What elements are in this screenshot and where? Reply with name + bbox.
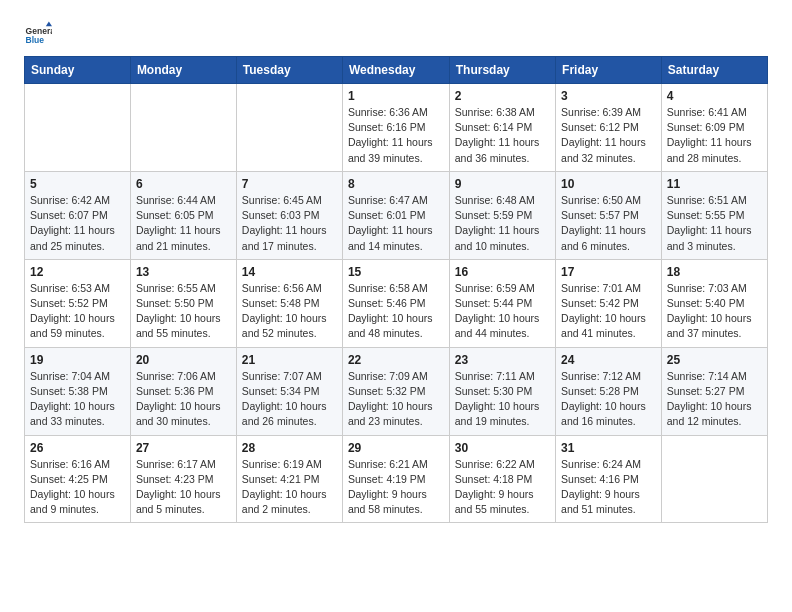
svg-text:Blue: Blue xyxy=(26,35,45,45)
day-info: Sunrise: 6:47 AM Sunset: 6:01 PM Dayligh… xyxy=(348,193,444,254)
day-number: 14 xyxy=(242,265,337,279)
week-row-2: 5Sunrise: 6:42 AM Sunset: 6:07 PM Daylig… xyxy=(25,171,768,259)
day-number: 22 xyxy=(348,353,444,367)
day-cell: 31Sunrise: 6:24 AM Sunset: 4:16 PM Dayli… xyxy=(556,435,662,523)
day-cell: 18Sunrise: 7:03 AM Sunset: 5:40 PM Dayli… xyxy=(661,259,767,347)
logo: General Blue xyxy=(24,20,56,48)
week-row-3: 12Sunrise: 6:53 AM Sunset: 5:52 PM Dayli… xyxy=(25,259,768,347)
day-cell: 8Sunrise: 6:47 AM Sunset: 6:01 PM Daylig… xyxy=(342,171,449,259)
day-cell: 4Sunrise: 6:41 AM Sunset: 6:09 PM Daylig… xyxy=(661,84,767,172)
day-number: 11 xyxy=(667,177,762,191)
day-number: 3 xyxy=(561,89,656,103)
day-header-row: SundayMondayTuesdayWednesdayThursdayFrid… xyxy=(25,57,768,84)
day-cell: 29Sunrise: 6:21 AM Sunset: 4:19 PM Dayli… xyxy=(342,435,449,523)
day-info: Sunrise: 6:44 AM Sunset: 6:05 PM Dayligh… xyxy=(136,193,231,254)
day-number: 18 xyxy=(667,265,762,279)
day-number: 20 xyxy=(136,353,231,367)
day-header-friday: Friday xyxy=(556,57,662,84)
day-number: 31 xyxy=(561,441,656,455)
day-info: Sunrise: 6:38 AM Sunset: 6:14 PM Dayligh… xyxy=(455,105,550,166)
day-header-monday: Monday xyxy=(130,57,236,84)
day-cell: 22Sunrise: 7:09 AM Sunset: 5:32 PM Dayli… xyxy=(342,347,449,435)
day-cell: 6Sunrise: 6:44 AM Sunset: 6:05 PM Daylig… xyxy=(130,171,236,259)
day-info: Sunrise: 6:45 AM Sunset: 6:03 PM Dayligh… xyxy=(242,193,337,254)
day-cell: 30Sunrise: 6:22 AM Sunset: 4:18 PM Dayli… xyxy=(449,435,555,523)
day-cell: 12Sunrise: 6:53 AM Sunset: 5:52 PM Dayli… xyxy=(25,259,131,347)
day-cell: 20Sunrise: 7:06 AM Sunset: 5:36 PM Dayli… xyxy=(130,347,236,435)
day-number: 30 xyxy=(455,441,550,455)
day-cell xyxy=(661,435,767,523)
day-info: Sunrise: 6:55 AM Sunset: 5:50 PM Dayligh… xyxy=(136,281,231,342)
day-number: 23 xyxy=(455,353,550,367)
day-cell: 28Sunrise: 6:19 AM Sunset: 4:21 PM Dayli… xyxy=(236,435,342,523)
day-info: Sunrise: 7:06 AM Sunset: 5:36 PM Dayligh… xyxy=(136,369,231,430)
day-number: 19 xyxy=(30,353,125,367)
day-info: Sunrise: 7:12 AM Sunset: 5:28 PM Dayligh… xyxy=(561,369,656,430)
day-info: Sunrise: 6:22 AM Sunset: 4:18 PM Dayligh… xyxy=(455,457,550,518)
day-number: 17 xyxy=(561,265,656,279)
week-row-4: 19Sunrise: 7:04 AM Sunset: 5:38 PM Dayli… xyxy=(25,347,768,435)
day-cell: 16Sunrise: 6:59 AM Sunset: 5:44 PM Dayli… xyxy=(449,259,555,347)
day-number: 13 xyxy=(136,265,231,279)
day-info: Sunrise: 6:56 AM Sunset: 5:48 PM Dayligh… xyxy=(242,281,337,342)
day-cell: 9Sunrise: 6:48 AM Sunset: 5:59 PM Daylig… xyxy=(449,171,555,259)
day-number: 16 xyxy=(455,265,550,279)
day-number: 15 xyxy=(348,265,444,279)
day-info: Sunrise: 6:17 AM Sunset: 4:23 PM Dayligh… xyxy=(136,457,231,518)
day-number: 26 xyxy=(30,441,125,455)
day-cell: 5Sunrise: 6:42 AM Sunset: 6:07 PM Daylig… xyxy=(25,171,131,259)
day-info: Sunrise: 6:21 AM Sunset: 4:19 PM Dayligh… xyxy=(348,457,444,518)
day-cell: 13Sunrise: 6:55 AM Sunset: 5:50 PM Dayli… xyxy=(130,259,236,347)
day-header-sunday: Sunday xyxy=(25,57,131,84)
day-number: 1 xyxy=(348,89,444,103)
day-cell: 2Sunrise: 6:38 AM Sunset: 6:14 PM Daylig… xyxy=(449,84,555,172)
day-number: 8 xyxy=(348,177,444,191)
day-number: 2 xyxy=(455,89,550,103)
day-number: 24 xyxy=(561,353,656,367)
day-cell: 25Sunrise: 7:14 AM Sunset: 5:27 PM Dayli… xyxy=(661,347,767,435)
day-info: Sunrise: 6:48 AM Sunset: 5:59 PM Dayligh… xyxy=(455,193,550,254)
day-cell: 23Sunrise: 7:11 AM Sunset: 5:30 PM Dayli… xyxy=(449,347,555,435)
day-info: Sunrise: 6:42 AM Sunset: 6:07 PM Dayligh… xyxy=(30,193,125,254)
day-number: 28 xyxy=(242,441,337,455)
day-cell: 3Sunrise: 6:39 AM Sunset: 6:12 PM Daylig… xyxy=(556,84,662,172)
day-cell: 1Sunrise: 6:36 AM Sunset: 6:16 PM Daylig… xyxy=(342,84,449,172)
day-cell: 15Sunrise: 6:58 AM Sunset: 5:46 PM Dayli… xyxy=(342,259,449,347)
day-header-thursday: Thursday xyxy=(449,57,555,84)
day-cell: 14Sunrise: 6:56 AM Sunset: 5:48 PM Dayli… xyxy=(236,259,342,347)
day-info: Sunrise: 6:36 AM Sunset: 6:16 PM Dayligh… xyxy=(348,105,444,166)
day-number: 5 xyxy=(30,177,125,191)
day-number: 10 xyxy=(561,177,656,191)
day-cell: 11Sunrise: 6:51 AM Sunset: 5:55 PM Dayli… xyxy=(661,171,767,259)
day-info: Sunrise: 7:09 AM Sunset: 5:32 PM Dayligh… xyxy=(348,369,444,430)
day-cell xyxy=(130,84,236,172)
day-info: Sunrise: 6:58 AM Sunset: 5:46 PM Dayligh… xyxy=(348,281,444,342)
day-info: Sunrise: 6:24 AM Sunset: 4:16 PM Dayligh… xyxy=(561,457,656,518)
day-info: Sunrise: 7:07 AM Sunset: 5:34 PM Dayligh… xyxy=(242,369,337,430)
day-info: Sunrise: 7:03 AM Sunset: 5:40 PM Dayligh… xyxy=(667,281,762,342)
day-header-saturday: Saturday xyxy=(661,57,767,84)
week-row-5: 26Sunrise: 6:16 AM Sunset: 4:25 PM Dayli… xyxy=(25,435,768,523)
day-info: Sunrise: 7:11 AM Sunset: 5:30 PM Dayligh… xyxy=(455,369,550,430)
day-info: Sunrise: 7:14 AM Sunset: 5:27 PM Dayligh… xyxy=(667,369,762,430)
day-info: Sunrise: 7:04 AM Sunset: 5:38 PM Dayligh… xyxy=(30,369,125,430)
day-info: Sunrise: 6:59 AM Sunset: 5:44 PM Dayligh… xyxy=(455,281,550,342)
day-cell: 17Sunrise: 7:01 AM Sunset: 5:42 PM Dayli… xyxy=(556,259,662,347)
svg-marker-2 xyxy=(46,22,52,27)
day-number: 4 xyxy=(667,89,762,103)
day-info: Sunrise: 6:51 AM Sunset: 5:55 PM Dayligh… xyxy=(667,193,762,254)
day-header-wednesday: Wednesday xyxy=(342,57,449,84)
day-cell: 26Sunrise: 6:16 AM Sunset: 4:25 PM Dayli… xyxy=(25,435,131,523)
logo-icon: General Blue xyxy=(24,20,52,48)
day-info: Sunrise: 6:39 AM Sunset: 6:12 PM Dayligh… xyxy=(561,105,656,166)
day-cell: 24Sunrise: 7:12 AM Sunset: 5:28 PM Dayli… xyxy=(556,347,662,435)
day-number: 29 xyxy=(348,441,444,455)
header: General Blue xyxy=(24,20,768,48)
day-number: 12 xyxy=(30,265,125,279)
day-cell: 7Sunrise: 6:45 AM Sunset: 6:03 PM Daylig… xyxy=(236,171,342,259)
day-header-tuesday: Tuesday xyxy=(236,57,342,84)
day-number: 25 xyxy=(667,353,762,367)
day-info: Sunrise: 6:53 AM Sunset: 5:52 PM Dayligh… xyxy=(30,281,125,342)
week-row-1: 1Sunrise: 6:36 AM Sunset: 6:16 PM Daylig… xyxy=(25,84,768,172)
day-cell xyxy=(25,84,131,172)
